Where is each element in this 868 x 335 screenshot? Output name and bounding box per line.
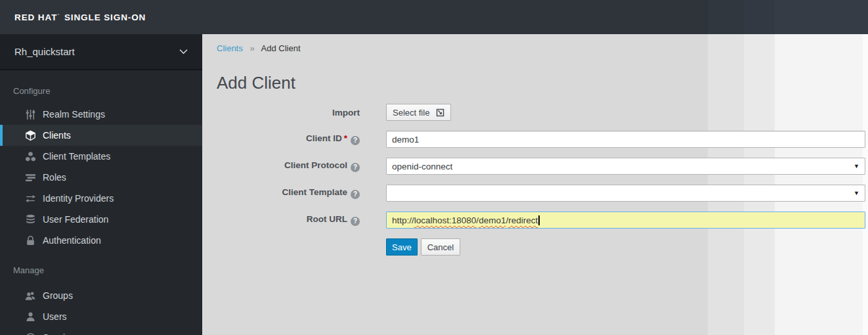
client-id-input[interactable] [386,131,865,148]
sidebar-item-label: Users [43,311,67,322]
help-icon: ? [351,217,360,226]
cubes-icon [24,150,37,162]
help-icon: ? [351,163,360,172]
help-icon: ? [351,136,360,145]
nav-section-manage: Manage [0,251,202,285]
chevron-down-icon: ▼ [854,164,859,169]
breadcrumb-current: Add Client [261,43,301,53]
sidebar-nav: Configure Realm Settings Clients Client … [0,70,202,335]
app-logo: RED HAT'SINGLE SIGN-ON [14,12,146,22]
root-url-input[interactable]: http://localhost:18080/demo1/redirect [386,212,865,229]
text-cursor [538,215,540,225]
sidebar-item-label: Authentication [43,235,101,246]
sidebar: Rh_quickstart Configure Realm Settings C… [0,34,202,335]
select-file-button[interactable]: Select file [386,104,451,121]
required-asterisk: * [344,133,347,143]
sidebar-item-label: Roles [43,172,66,183]
sidebar-item-roles[interactable]: Roles [0,167,202,188]
sidebar-item-label: Identity Providers [43,193,114,204]
client-id-label: Client ID*? [202,133,360,145]
realm-name: Rh_quickstart [14,46,75,57]
import-label: Import [202,108,360,118]
nav-section-configure: Configure [0,70,202,104]
cancel-button[interactable]: Cancel [421,238,460,256]
cube-icon [24,129,37,141]
sidebar-item-realm-settings[interactable]: Realm Settings [0,104,202,125]
sidebar-item-user-federation[interactable]: User Federation [0,209,202,230]
brand-redhat: RED HAT [14,12,57,22]
sidebar-item-clients[interactable]: Clients [0,125,202,146]
import-row: Import Select file [202,104,865,121]
client-protocol-label: Client Protocol? [202,160,360,172]
database-icon [24,213,37,225]
client-id-row: Client ID*? [202,131,865,148]
sidebar-item-label: Sessions [43,332,80,335]
chevron-down-icon: ▼ [854,190,859,196]
sliders-icon [24,108,37,120]
sidebar-item-groups[interactable]: Groups [0,285,202,306]
sidebar-item-label: Groups [43,290,73,301]
save-button[interactable]: Save [386,238,418,256]
breadcrumb-separator: » [250,43,254,53]
breadcrumb: Clients » Add Client [217,43,301,53]
brand-product: SINGLE SIGN-ON [64,12,146,22]
realm-selector[interactable]: Rh_quickstart [0,34,202,70]
help-icon: ? [351,190,360,199]
sidebar-item-identity-providers[interactable]: Identity Providers [0,188,202,209]
sidebar-item-label: Clients [43,130,71,141]
clock-icon [24,332,37,335]
trademark-mark: ' [58,13,60,18]
exchange-arrows-icon [24,192,37,204]
root-url-row: Root URL? http://localhost:18080/demo1/r… [202,212,865,229]
user-icon [24,311,37,323]
client-protocol-row: Client Protocol? openid-connect ▼ [202,158,865,175]
chevron-down-icon [179,49,188,55]
groups-icon [24,290,37,302]
import-file-icon [432,108,445,118]
add-client-form: Import Select file Client ID*? Cli [202,104,865,265]
list-icon [24,171,37,183]
root-url-label: Root URL? [202,214,360,226]
main-content: Clients » Add Client Add Client Import S… [202,34,868,335]
top-bar: RED HAT'SINGLE SIGN-ON [0,0,868,34]
lock-icon [24,234,37,246]
sidebar-item-label: Client Templates [43,151,110,162]
form-actions: Save Cancel [386,238,865,256]
page-title: Add Client [217,73,295,93]
client-template-select[interactable]: ▼ [386,185,865,202]
client-protocol-select[interactable]: openid-connect ▼ [386,158,865,175]
sidebar-item-authentication[interactable]: Authentication [0,230,202,251]
sidebar-item-label: Realm Settings [43,109,105,120]
sidebar-item-label: User Federation [43,214,108,225]
sidebar-item-users[interactable]: Users [0,306,202,327]
breadcrumb-clients-link[interactable]: Clients [217,43,243,53]
selected-option: openid-connect [392,162,452,171]
client-template-label: Client Template? [202,187,360,199]
sidebar-item-sessions[interactable]: Sessions [0,327,202,335]
client-template-row: Client Template? ▼ [202,185,865,202]
sidebar-item-client-templates[interactable]: Client Templates [0,146,202,167]
